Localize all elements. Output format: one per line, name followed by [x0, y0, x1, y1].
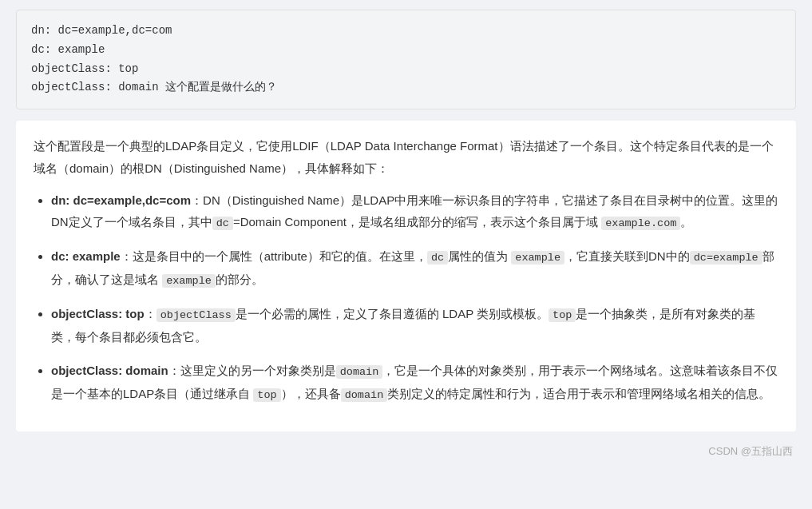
- inline-top-2: top: [253, 388, 280, 402]
- item-text2-dn: =Domain Component，是域名组成部分的缩写，表示这个条目属于域: [233, 215, 598, 229]
- page-container: dn: dc=example,dc=com dc: example object…: [0, 0, 812, 509]
- item-text2-top: 是一个必需的属性，定义了条目遵循的 LDAP 类别或模板。: [236, 307, 549, 320]
- inline-top: top: [549, 308, 576, 322]
- inline-example-part: example: [162, 274, 216, 288]
- list-item-dn: dn: dc=example,dc=com：DN（Distinguished N…: [51, 189, 778, 235]
- item-text3-dc: ，它直接关联到DN中的: [564, 249, 690, 263]
- item-text1-top: ：: [145, 307, 156, 320]
- inline-dc-example: dc=example: [690, 251, 762, 264]
- inline-example-com: example.com: [601, 217, 680, 230]
- inline-objectclass-1: objectClass: [156, 308, 236, 322]
- item-text3-dn: 。: [680, 215, 692, 229]
- item-text4-domain: 类别定义的特定属性和行为，适合用于表示和管理网络域名相关的信息。: [387, 387, 770, 400]
- watermark: CSDN @五指山西: [0, 439, 812, 467]
- watermark-text: CSDN @五指山西: [708, 445, 793, 457]
- item-key-dc: dc: example: [51, 249, 121, 263]
- item-key-dn: dn: dc=example,dc=com: [51, 193, 191, 207]
- code-line-2: dc: example: [31, 41, 781, 60]
- inline-domain-2: domain: [341, 388, 388, 402]
- code-line-1: dn: dc=example,dc=com: [31, 22, 781, 41]
- item-text2-dc: 属性的值为: [448, 249, 508, 263]
- list-item-dc: dc: example：这是条目中的一个属性（attribute）和它的值。在这…: [51, 245, 778, 292]
- inline-dc-2: dc: [427, 251, 448, 264]
- item-text1-domain: ：这里定义的另一个对象类别是: [168, 364, 336, 377]
- item-text1-dc: ：这是条目中的一个属性（attribute）和它的值。在这里，: [121, 249, 427, 263]
- item-text3-domain: ），还具备: [281, 387, 341, 400]
- inline-dc-1: dc: [212, 217, 233, 230]
- inline-example-val: example: [511, 251, 564, 264]
- item-text5-dc: 的部分。: [216, 272, 263, 286]
- item-key-top: objectClass: top: [51, 307, 145, 320]
- answer-block: 这个配置段是一个典型的LDAP条目定义，它使用LDIF（LDAP Data In…: [16, 121, 796, 431]
- answer-intro: 这个配置段是一个典型的LDAP条目定义，它使用LDIF（LDAP Data In…: [34, 135, 778, 180]
- list-item-domain: objectClass: domain：这里定义的另一个对象类别是domain，…: [51, 360, 778, 406]
- code-line-4: objectClass: domain 这个配置是做什么的？: [31, 78, 781, 97]
- inline-domain: domain: [336, 365, 383, 379]
- code-line-3: objectClass: top: [31, 60, 781, 79]
- code-block: dn: dc=example,dc=com dc: example object…: [16, 10, 796, 109]
- item-key-domain: objectClass: domain: [51, 364, 168, 377]
- list-item-top: objectClass: top：objectClass是一个必需的属性，定义了…: [51, 303, 778, 348]
- answer-list: dn: dc=example,dc=com：DN（Distinguished N…: [34, 189, 778, 406]
